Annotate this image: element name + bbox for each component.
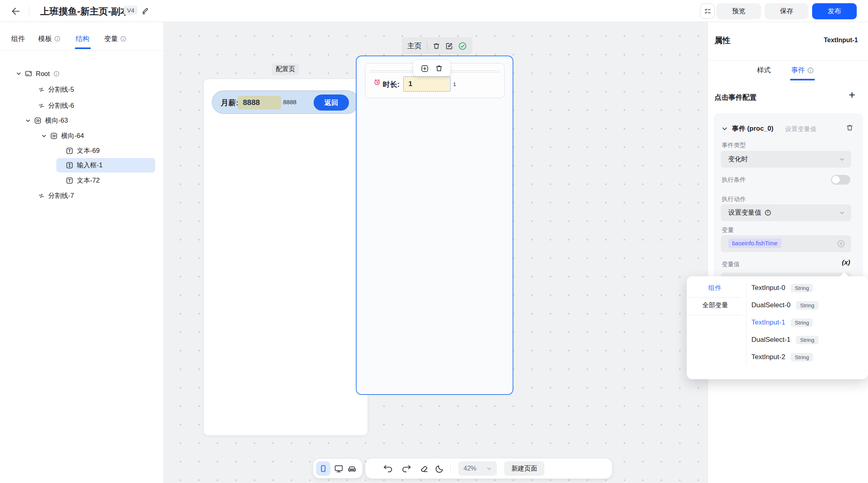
tree-item-label: 文本-69 (77, 146, 100, 155)
tree-item-root[interactable]: Root (16, 66, 60, 81)
tree-item-label: 输入框-1 (77, 161, 103, 170)
mobile-device-button[interactable] (316, 461, 330, 476)
toggle-knob (832, 176, 840, 184)
salary-input[interactable]: 8888 (238, 96, 281, 109)
popup-menu-all-variables[interactable]: 全部变量 (702, 301, 728, 310)
save-button[interactable]: 保存 (765, 3, 808, 19)
tabs-divider (0, 50, 164, 51)
event-type-value: 变化时 (728, 155, 748, 164)
clear-variable-icon[interactable] (837, 240, 845, 248)
popup-vertical-divider (746, 283, 747, 365)
home-page-label[interactable]: 主页 (407, 41, 422, 51)
salary-row-container[interactable]: 月薪: 8888 8888 返回 (212, 90, 359, 114)
variable-field[interactable]: baseinfo.fishTime (721, 235, 851, 252)
type-badge: String (791, 319, 813, 327)
duration-text: 1 (453, 81, 456, 87)
trash-icon[interactable] (435, 64, 443, 72)
toolbar-divider (450, 464, 451, 473)
canvas-toolbar: 42% 新建页面 (365, 458, 612, 479)
variable-option-textinput-2[interactable]: TextInput-2String (751, 351, 813, 363)
event-title: 事件 (proc_0) (732, 124, 774, 133)
back-icon[interactable] (10, 6, 22, 16)
tab-variables[interactable]: 变量 (104, 34, 126, 43)
duplicate-icon[interactable] (421, 64, 429, 73)
info-icon (807, 67, 814, 74)
popup-menu-divider (688, 315, 742, 315)
divider-icon (38, 103, 45, 109)
divider-icon (38, 86, 45, 93)
variable-option-textinput-1[interactable]: TextInput-1String (751, 317, 813, 328)
tree-item-divider-6[interactable]: 分割线-6 (38, 99, 74, 113)
eraser-icon[interactable] (419, 464, 429, 473)
publish-button[interactable]: 发布 (812, 3, 857, 19)
popup-menu-components[interactable]: 组件 (708, 284, 721, 292)
action-select[interactable]: 设置变量值 (721, 204, 851, 221)
chevron-down-icon[interactable] (25, 118, 31, 123)
tree-item-label: 分割线-6 (48, 101, 74, 110)
new-page-button[interactable]: 新建页面 (504, 461, 544, 476)
edit-title-icon[interactable] (142, 7, 149, 14)
checklist-icon-button[interactable] (700, 4, 715, 18)
collapse-chevron-icon[interactable] (722, 126, 728, 132)
condition-toggle[interactable] (831, 175, 850, 185)
warning-info-icon (765, 210, 771, 216)
salary-text: 8888 (283, 99, 296, 105)
screen-icon (25, 70, 32, 77)
variable-option-dualselect-0[interactable]: DualSelect-0String (751, 300, 819, 311)
event-type-select[interactable]: 变化时 (721, 151, 851, 168)
variable-tag[interactable]: baseinfo.fishTime (728, 238, 782, 248)
variable-option-dualselect-1[interactable]: DualSelect-1String (751, 334, 819, 345)
delete-page-icon[interactable] (433, 42, 440, 50)
tab-templates[interactable]: 模板 (38, 34, 60, 43)
chevron-down-icon[interactable] (16, 71, 21, 76)
tree-item-label: 分割线-5 (48, 85, 74, 94)
undo-icon[interactable] (383, 465, 394, 473)
page-title: 上班摸鱼-新主页-副本 (40, 5, 129, 18)
tree-item-text-69[interactable]: 文本-69 (66, 144, 100, 158)
add-event-icon[interactable]: + (849, 88, 855, 101)
selected-component-name: TextInput-1 (824, 37, 858, 44)
fx-expression-icon[interactable]: (x) (842, 259, 850, 267)
condition-label: 执行条件 (722, 176, 746, 184)
tab-event[interactable]: 事件 (791, 66, 814, 75)
tab-structure[interactable]: 结构 (76, 34, 89, 43)
tree-item-input-1[interactable]: 输入框-1 (66, 158, 103, 173)
delete-event-icon[interactable] (846, 124, 854, 132)
variable-label: 变量 (722, 226, 734, 234)
tree-item-hbox-64[interactable]: 横向-64 (41, 129, 84, 143)
tree-item-label: 分割线-7 (48, 191, 74, 200)
tree-item-label: 横向-63 (45, 116, 68, 125)
zoom-level-value: 42% (464, 465, 476, 472)
config-page-label[interactable]: 配置页 (272, 64, 299, 75)
selection-toolbar (413, 60, 450, 76)
tab-style[interactable]: 样式 (757, 66, 771, 75)
tab-components[interactable]: 组件 (11, 34, 25, 43)
duration-input[interactable]: 1 (403, 76, 451, 92)
desktop-device-button[interactable] (334, 465, 343, 473)
edit-page-icon[interactable] (445, 42, 453, 50)
preview-button[interactable]: 预览 (716, 3, 761, 19)
dark-mode-moon-icon[interactable] (435, 464, 444, 473)
home-page-toolbar: 主页 (402, 37, 472, 54)
tree-item-divider-5[interactable]: 分割线-5 (38, 82, 74, 97)
return-button[interactable]: 返回 (314, 95, 349, 111)
home-page-frame[interactable]: 时长: 1 1 (356, 55, 513, 395)
event-subtitle: 设置变量值 (785, 125, 817, 134)
version-badge: V4 (124, 6, 137, 15)
chevron-down-icon (839, 210, 845, 216)
tree-item-divider-7[interactable]: 分割线-7 (38, 189, 74, 203)
design-canvas[interactable]: 配置页 月薪: 8888 8888 返回 时长: 1 1 (164, 22, 708, 483)
zoom-level-dropdown[interactable]: 42% (458, 461, 497, 476)
variable-option-textinput-0[interactable]: TextInput-0String (751, 282, 813, 294)
divider-icon (38, 193, 45, 199)
config-page[interactable] (204, 79, 367, 435)
input-component-icon (66, 162, 73, 169)
tree-item-hbox-63[interactable]: 横向-63 (25, 113, 68, 128)
type-badge: String (796, 301, 818, 310)
redo-icon[interactable] (401, 465, 412, 473)
right-panel: 属性 TextInput-1 样式 事件 点击事件配置 + 事件 (proc_0… (708, 22, 868, 483)
confirm-page-icon[interactable] (458, 42, 467, 50)
tree-item-text-72[interactable]: 文本-72 (66, 173, 100, 188)
car-device-button[interactable] (347, 465, 357, 473)
chevron-down-icon[interactable] (41, 134, 47, 139)
